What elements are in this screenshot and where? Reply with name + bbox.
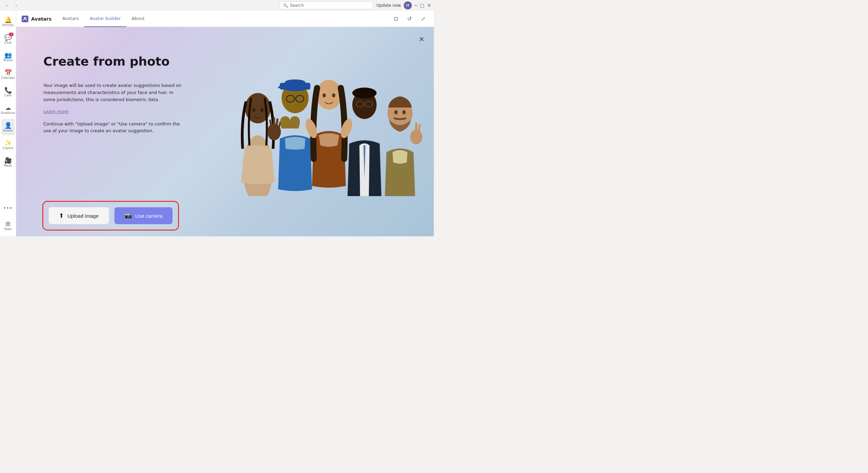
camera-icon: 📷 — [125, 212, 132, 219]
sidebar-item-calendar[interactable]: 📅 Calendar — [1, 66, 15, 82]
svg-point-4 — [260, 108, 264, 112]
top-nav-tabs: Avatars Avatar builder About — [57, 11, 150, 27]
svg-point-26 — [402, 110, 406, 114]
meet-icon: 🎥 — [4, 158, 12, 164]
copilot-icon: ✨ — [4, 140, 12, 146]
app-logo — [22, 16, 28, 22]
calendar-icon: 📅 — [4, 70, 12, 76]
onedrive-icon: ☁ — [5, 105, 11, 111]
app-container: 🔔 Activity 3 💬 Chat 👥 Teams 📅 Calendar 📞… — [0, 11, 434, 236]
text-section: Create from photo Your image will be use… — [43, 54, 185, 135]
svg-point-16 — [332, 93, 335, 97]
confirm-text: Continue with "Upload image" or "Use cam… — [43, 121, 185, 135]
sidebar-item-avatar[interactable]: 👤 Avatar — [1, 119, 15, 135]
fullscreen-icon[interactable]: ⤢ — [418, 14, 428, 24]
close-window-btn[interactable]: ✕ — [427, 3, 431, 8]
sidebar: 🔔 Activity 3 💬 Chat 👥 Teams 📅 Calendar 📞… — [0, 11, 16, 236]
calls-icon: 📞 — [4, 87, 12, 93]
refresh-icon[interactable]: ↺ — [404, 14, 415, 24]
svg-point-9 — [285, 79, 305, 85]
learn-more-link[interactable]: Learn more — [43, 109, 185, 114]
svg-point-14 — [316, 80, 342, 110]
tab-avatar-builder[interactable]: Avatar builder — [84, 11, 126, 27]
tab-avatars[interactable]: Avatars — [57, 11, 84, 27]
title-bar-right: Update now M ─ □ ✕ — [377, 1, 431, 9]
minimize-btn[interactable]: ─ — [415, 3, 417, 8]
svg-rect-10 — [278, 86, 285, 88]
content-area: ✕ Create from photo Your image will be u… — [16, 27, 434, 236]
sidebar-item-teams[interactable]: 👥 Teams — [1, 49, 15, 65]
app-title: Avatars — [31, 16, 51, 22]
main-content: Avatars Avatars Avatar builder About ⊡ ↺… — [16, 11, 434, 236]
tab-about[interactable]: About — [126, 11, 150, 27]
sidebar-item-more[interactable]: ••• — [1, 200, 15, 216]
search-placeholder: Search — [290, 3, 304, 8]
teams-icon: 👥 — [4, 52, 12, 58]
svg-point-15 — [322, 93, 326, 97]
title-bar-nav: ‹ › — [3, 1, 20, 9]
top-nav-right: ⊡ ↺ ⤢ — [391, 14, 428, 24]
svg-point-25 — [394, 110, 398, 114]
sidebar-item-meet[interactable]: 🎥 Meet — [1, 154, 15, 170]
apps-icon: ⊞ — [5, 221, 10, 227]
update-label[interactable]: Update now — [377, 3, 401, 8]
sidebar-item-apps[interactable]: ⊞ Apps — [1, 217, 15, 234]
camera-label: Use camera — [135, 213, 163, 219]
action-buttons-container: ⬆ Upload image 📷 Use camera — [43, 202, 178, 230]
more-icon: ••• — [3, 206, 13, 210]
page-title: Create from photo — [43, 54, 185, 69]
sidebar-item-calls[interactable]: 📞 Calls — [1, 84, 15, 100]
upload-image-button[interactable]: ⬆ Upload image — [49, 207, 109, 224]
close-dialog-button[interactable]: ✕ — [416, 34, 427, 45]
description-text: Your image will be used to create avatar… — [43, 82, 185, 103]
sidebar-item-copilot[interactable]: ✨ Copilot — [1, 137, 15, 153]
upload-label: Upload image — [67, 213, 99, 219]
maximize-btn[interactable]: □ — [420, 3, 424, 8]
forward-button[interactable]: › — [12, 1, 20, 9]
svg-point-23 — [352, 88, 377, 98]
svg-point-3 — [252, 108, 255, 112]
sidebar-item-onedrive[interactable]: ☁ OneDrive — [1, 101, 15, 118]
search-bar[interactable]: 🔍 Search — [279, 1, 374, 9]
use-camera-button[interactable]: 📷 Use camera — [114, 207, 173, 224]
user-avatar[interactable]: M — [404, 1, 412, 9]
activity-icon: 🔔 — [4, 17, 12, 23]
sidebar-item-activity[interactable]: 🔔 Activity — [1, 14, 15, 30]
avatar-nav-icon: 👤 — [4, 122, 12, 128]
title-bar: ‹ › 🔍 Search Update now M ─ □ ✕ — [0, 0, 434, 11]
sidebar-item-chat[interactable]: 3 💬 Chat — [1, 31, 15, 47]
avatar-illustration — [227, 34, 424, 196]
chat-badge: 3 — [9, 32, 14, 36]
top-nav: Avatars Avatars Avatar builder About ⊡ ↺… — [16, 11, 434, 27]
upload-icon: ⬆ — [59, 212, 64, 219]
back-button[interactable]: ‹ — [3, 1, 11, 9]
popout-icon[interactable]: ⊡ — [391, 14, 401, 24]
search-icon: 🔍 — [283, 3, 288, 8]
